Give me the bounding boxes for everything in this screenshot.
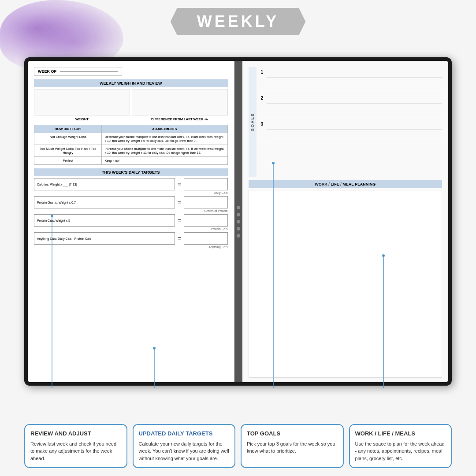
- equals-1: =: [178, 181, 181, 187]
- weigh-box-left: [34, 89, 130, 115]
- callout-review-adjust-title: REVIEW AND ADJUST: [30, 430, 121, 437]
- target-result-3: [184, 214, 228, 227]
- daily-targets-section: THIS WEEK'S DAILY TARGETS Calories: Weig…: [34, 168, 228, 249]
- adjustment-1: Decrease your calorie multiplier to one …: [102, 133, 227, 145]
- table-row: Too Much Weight Loss/ Too Hard / Too Hun…: [34, 145, 228, 157]
- spine-dot: [237, 213, 240, 216]
- callout-work-life-meals-body: Use the space to plan for the week ahead…: [355, 440, 446, 462]
- table-row: Perfect Keep it up!: [34, 157, 228, 165]
- callout-work-life-meals-title: WORK / LIFE / MEALS: [355, 430, 446, 437]
- equals-3: =: [178, 217, 181, 223]
- work-life-header: WORK / LIFE / MEAL PLANNING: [249, 180, 443, 188]
- target-result-1: [184, 178, 228, 190]
- goal-number-1: 1: [261, 70, 264, 74]
- equals-4: =: [178, 235, 181, 242]
- callout-work-life-meals: WORK / LIFE / MEALS Use the space to pla…: [349, 424, 452, 469]
- weekly-banner: WEEKLY: [171, 8, 306, 35]
- left-page: WEEK OF WEEKLY WEIGH IN AND REVIEW WEIGH…: [28, 61, 234, 382]
- target-row-4: Anything Cals: Daily Cals - Protein Cals…: [34, 232, 228, 245]
- callout-top-goals-body: Pick your top 3 goals for the week so yo…: [247, 440, 338, 455]
- spine-dot: [237, 220, 240, 223]
- week-of-label: WEEK OF: [38, 69, 56, 74]
- weigh-in-boxes: [34, 89, 228, 115]
- target-input-1: Calories: Weight x ___ (7-13): [34, 178, 175, 190]
- adjustments-table: HOW DID IT GO? ADJUSTMENTS Not Enough We…: [34, 125, 228, 165]
- weigh-labels: WEIGHT DIFFERENCE FROM LAST WEEK +/-: [34, 117, 228, 121]
- target-input-2: Protein Grams: Weight x 0.7: [34, 196, 175, 208]
- callout-updated-targets-title: UPDATED DAILY TARGETS: [139, 430, 230, 437]
- spine-dot: [237, 206, 240, 209]
- week-of-row: WEEK OF: [34, 67, 122, 76]
- adjustment-2: Increase your calorie multiplier to one …: [102, 145, 227, 157]
- target-row-1: Calories: Weight x ___ (7-13) =: [34, 178, 228, 190]
- target-result-4: [184, 232, 228, 245]
- goal-number-3: 3: [261, 122, 264, 126]
- goal-item-1: 1: [261, 67, 443, 91]
- target-label-4: Anything Cals: [34, 245, 228, 249]
- spine-dot: [237, 234, 240, 238]
- callout-review-adjust-body: Review last week and check if you need t…: [30, 440, 121, 462]
- target-label-2: Grams of Protein: [34, 209, 228, 212]
- target-input-3: Protein Cals: Weight x 5: [34, 214, 175, 227]
- goals-vertical-label: GOALS: [249, 67, 257, 177]
- work-life-section: WORK / LIFE / MEAL PLANNING: [249, 180, 443, 378]
- target-input-4: Anything Cals: Daily Cals - Protein Cals: [34, 232, 175, 245]
- situation-3: Perfect: [34, 157, 102, 165]
- weigh-in-header: WEEKLY WEIGH IN AND REVIEW: [34, 79, 228, 87]
- callout-review-adjust: REVIEW AND ADJUST Review last week and c…: [24, 424, 127, 469]
- table-row: Not Enough Weight Loss Decrease your cal…: [34, 133, 228, 145]
- weight-label: WEIGHT: [34, 117, 130, 121]
- goal-item-3: 3: [261, 119, 443, 143]
- work-life-box: [249, 190, 443, 378]
- notebook-spine: [234, 61, 242, 382]
- weigh-box-right: [132, 89, 228, 115]
- target-row-2: Protein Grams: Weight x 0.7 =: [34, 196, 228, 208]
- week-of-line: [60, 71, 118, 72]
- situation-1: Not Enough Weight Loss: [34, 133, 102, 145]
- daily-targets-header: THIS WEEK'S DAILY TARGETS: [34, 168, 228, 176]
- target-label-3: Protein Cals: [34, 227, 228, 231]
- goal-number-2: 2: [261, 96, 264, 100]
- banner-title: WEEKLY: [171, 8, 306, 35]
- adjustments-header: ADJUSTMENTS: [102, 125, 227, 133]
- callouts-section: REVIEW AND ADJUST Review last week and c…: [24, 424, 452, 469]
- target-result-2: [184, 196, 228, 208]
- difference-label: DIFFERENCE FROM LAST WEEK +/-: [132, 117, 228, 121]
- callout-top-goals: TOP GOALS Pick your top 3 goals for the …: [241, 424, 344, 469]
- equals-2: =: [178, 199, 181, 205]
- adjustment-3: Keep it up!: [102, 157, 227, 165]
- goals-list: 1 2 3: [257, 67, 443, 177]
- spine-dot: [237, 227, 240, 231]
- right-page: GOALS 1 2: [242, 61, 449, 382]
- target-row-3: Protein Cals: Weight x 5 =: [34, 214, 228, 227]
- goals-area: GOALS 1 2: [249, 67, 443, 177]
- callout-top-goals-title: TOP GOALS: [247, 430, 338, 437]
- notebook: WEEK OF WEEKLY WEIGH IN AND REVIEW WEIGH…: [24, 57, 452, 386]
- situation-2: Too Much Weight Loss/ Too Hard / Too Hun…: [34, 145, 102, 157]
- how-did-it-go-header: HOW DID IT GO?: [34, 125, 102, 133]
- callout-updated-targets-body: Calculate your new daily targets for the…: [139, 440, 230, 462]
- goal-item-2: 2: [261, 93, 443, 117]
- notebook-inner: WEEK OF WEEKLY WEIGH IN AND REVIEW WEIGH…: [28, 61, 448, 382]
- callout-updated-targets: UPDATED DAILY TARGETS Calculate your new…: [133, 424, 236, 469]
- target-label-1: Daily Cals: [34, 191, 228, 194]
